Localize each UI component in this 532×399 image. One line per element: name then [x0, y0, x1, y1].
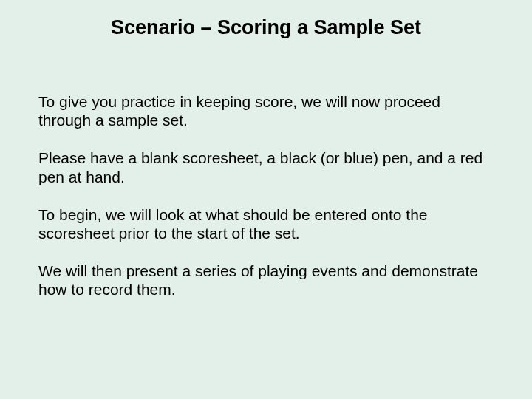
slide: Scenario – Scoring a Sample Set To give … [0, 0, 532, 399]
slide-title: Scenario – Scoring a Sample Set [0, 0, 532, 39]
paragraph: To begin, we will look at what should be… [38, 205, 494, 242]
paragraph: Please have a blank scoresheet, a black … [38, 149, 494, 185]
paragraph: We will then present a series of playing… [38, 262, 494, 299]
slide-body: To give you practice in keeping score, w… [0, 92, 532, 299]
paragraph: To give you practice in keeping score, w… [38, 92, 494, 129]
